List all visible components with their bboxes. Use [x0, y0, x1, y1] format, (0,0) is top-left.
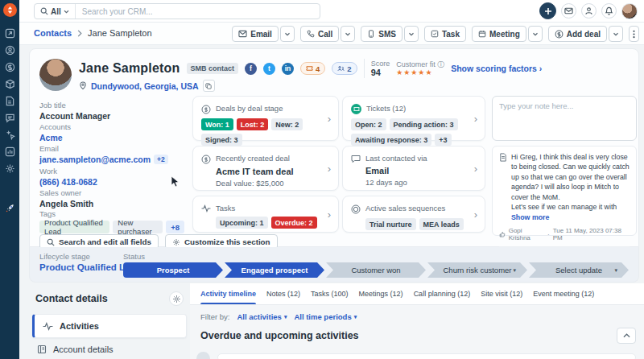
copy-icon[interactable]: [203, 80, 215, 92]
sms-button[interactable]: SMS: [361, 26, 402, 42]
tasks-overdue-badge: Overdue: 2: [271, 217, 317, 229]
twitter-icon[interactable]: t: [263, 63, 275, 75]
tasks-card[interactable]: Tasks Upcoming: 1 Overdue: 2 ›: [192, 196, 339, 233]
documents-icon[interactable]: [3, 96, 16, 106]
details-settings-button[interactable]: [169, 291, 184, 306]
tab-event-meeting[interactable]: Event meeting (12): [533, 283, 594, 304]
gear-icon: [172, 238, 180, 246]
tab-tasks[interactable]: Tasks (100): [311, 283, 349, 304]
filter-time-periods-dropdown[interactable]: All time periods▾: [294, 312, 357, 321]
facebook-icon[interactable]: f: [245, 63, 257, 75]
freshworks-logo-icon[interactable]: [3, 3, 17, 17]
global-search[interactable]: All: [34, 3, 320, 19]
show-scoring-factors-link[interactable]: Show scoring factors ›: [451, 64, 542, 73]
contacts-icon[interactable]: [3, 45, 16, 56]
stage-engaged-prospect[interactable]: Engaged prospect: [225, 262, 324, 278]
collapse-section-button[interactable]: [617, 328, 636, 344]
tag-chip[interactable]: New purchaser: [113, 221, 163, 233]
tag-chip[interactable]: Product Qualified Lead: [39, 221, 109, 233]
tickets-awaiting-badge: Awaiting response: 3: [351, 134, 431, 146]
stage-prospect[interactable]: Prospect: [123, 262, 223, 278]
dashboard-icon[interactable]: [3, 28, 16, 39]
score-stat: Score 94: [371, 60, 390, 78]
more-tags-badge[interactable]: +8: [166, 221, 184, 233]
phone-link[interactable]: (866) 418-0682: [39, 177, 184, 187]
email-inbox-button[interactable]: [561, 3, 576, 19]
person-icon: [584, 6, 593, 15]
email-dropdown-button[interactable]: [280, 26, 295, 42]
meeting-dropdown-button[interactable]: [528, 26, 543, 42]
tab-site-visit[interactable]: Site visit (12): [481, 283, 522, 304]
deals-icon[interactable]: [3, 62, 16, 72]
breadcrumb-contacts-link[interactable]: Contacts: [34, 28, 72, 38]
tab-call-planning[interactable]: Call planning (12): [414, 283, 471, 304]
conversations-icon[interactable]: [3, 113, 16, 123]
sms-dropdown-button[interactable]: [404, 26, 419, 42]
tickets-card[interactable]: Tickets (12) Open: 2 Pending action: 3 A…: [342, 96, 485, 141]
deals-by-stage-card[interactable]: Deals by deal stage Won: 1 Lost: 2 New: …: [192, 96, 339, 141]
chevron-right-icon[interactable]: ›: [328, 113, 331, 125]
more-actions-button[interactable]: [629, 26, 639, 42]
chevron-right-icon[interactable]: ›: [328, 208, 331, 221]
chevron-down-icon: [408, 32, 415, 36]
filter-activities-dropdown[interactable]: All activities▾: [237, 312, 287, 321]
account-book-icon: [37, 345, 47, 354]
rocket-icon[interactable]: [3, 203, 16, 213]
ticket-icon: [306, 65, 313, 72]
lifecycle-section: Lifecycle stage Product Qualified Lead ▾…: [29, 247, 639, 283]
analytics-icon[interactable]: [3, 146, 16, 157]
account-link[interactable]: Acme: [39, 133, 184, 142]
note-textarea[interactable]: [499, 101, 630, 135]
note-input-box[interactable]: [492, 96, 637, 141]
chevron-right-icon[interactable]: ›: [474, 208, 477, 221]
deal-users-icon: [337, 65, 345, 72]
stage-churn-risk[interactable]: Churn risk customer▾: [427, 262, 527, 278]
show-more-link[interactable]: Show more: [511, 213, 549, 221]
settings-icon[interactable]: [3, 163, 16, 174]
tab-activity-timeline[interactable]: Activity timeline: [200, 283, 256, 304]
contact-location[interactable]: Dundywood, Georgia, USA: [91, 81, 199, 91]
divider: [364, 59, 365, 78]
quick-add-button[interactable]: [539, 2, 556, 19]
sidebar-item-account-details[interactable]: Account details: [37, 345, 114, 354]
add-deal-dropdown-button[interactable]: [609, 26, 623, 42]
products-icon[interactable]: [3, 79, 16, 89]
call-button[interactable]: Call: [300, 26, 339, 42]
linkedin-icon[interactable]: in: [282, 63, 294, 75]
calendar-icon: [478, 30, 486, 38]
more-emails-badge[interactable]: +2: [154, 155, 168, 164]
profile-avatar[interactable]: [621, 3, 638, 19]
last-contacted-card[interactable]: Last contacted via Email 12 days ago ›: [342, 146, 485, 191]
chevron-right-icon[interactable]: ›: [474, 113, 477, 125]
contact-details-title: Contact details: [35, 293, 108, 304]
stage-customer-won[interactable]: Customer won: [326, 262, 426, 278]
mouse-cursor: [171, 175, 180, 188]
email-link[interactable]: jane.sampleton@acme.com+2: [39, 155, 184, 164]
chevron-right-icon[interactable]: ›: [328, 163, 331, 175]
tab-meetings[interactable]: Meetings (12): [359, 283, 403, 304]
notifications-button[interactable]: [601, 3, 617, 19]
chevron-down-icon: ▾: [614, 267, 617, 274]
call-dropdown-button[interactable]: [341, 26, 355, 42]
user-menu-button[interactable]: [581, 3, 597, 19]
open-tickets-pill[interactable]: 4: [300, 62, 325, 75]
automation-icon[interactable]: [3, 130, 16, 140]
chevron-right-icon[interactable]: ›: [474, 163, 477, 175]
open-deals-pill[interactable]: 2: [332, 62, 357, 75]
search-input[interactable]: [76, 7, 320, 16]
task-button[interactable]: Task: [424, 26, 466, 42]
chevron-down-icon: [284, 32, 291, 36]
status-label: Status: [123, 252, 145, 261]
note-author: Gopi Krishna: [509, 227, 544, 241]
meeting-button[interactable]: Meeting: [472, 26, 526, 42]
recent-deal-card[interactable]: Recently created deal Acme IT team deal …: [192, 146, 339, 191]
sales-sequences-card[interactable]: Active sales sequences Trial nurture MEA…: [342, 196, 485, 233]
add-deal-button[interactable]: Add deal: [548, 26, 607, 42]
plus-icon: [544, 7, 552, 15]
tab-notes[interactable]: Notes (12): [266, 283, 300, 304]
phone-icon: [307, 30, 315, 38]
email-button[interactable]: Email: [232, 26, 279, 42]
sidebar-item-activities[interactable]: Activities: [32, 314, 187, 338]
search-scope-dropdown[interactable]: All: [35, 4, 76, 19]
stage-select-update[interactable]: Select update▾: [529, 262, 629, 278]
